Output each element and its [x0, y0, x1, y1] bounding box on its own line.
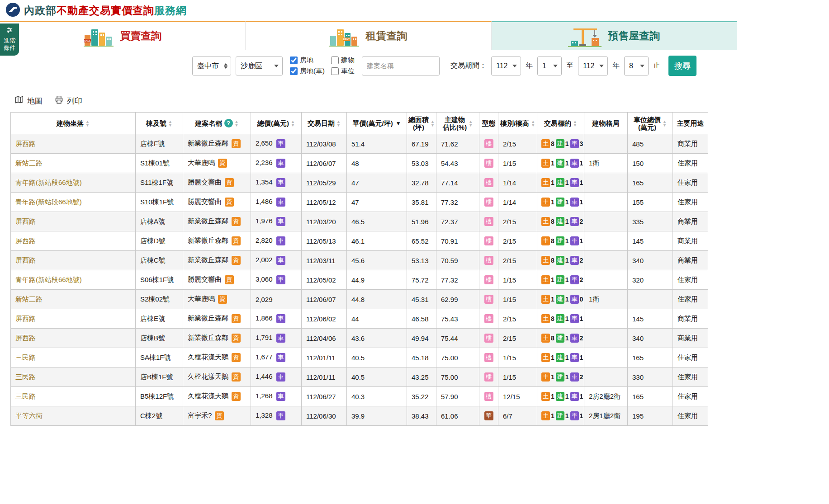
info-badge[interactable]: 資: [232, 334, 241, 343]
sort-arrows-icon[interactable]: ▲▼: [291, 120, 295, 127]
location-link[interactable]: 青年路(新站段66地號): [15, 179, 82, 186]
city-select[interactable]: 臺中市: [192, 57, 231, 75]
info-badge[interactable]: 資: [232, 139, 241, 148]
building-badge: 建: [556, 159, 564, 168]
project-name-input[interactable]: [362, 57, 440, 75]
tab-presale-query[interactable]: 預售屋查詢: [492, 21, 737, 50]
info-badge[interactable]: 資: [225, 275, 234, 284]
location-link[interactable]: 三民路: [15, 373, 36, 381]
sort-desc-active-icon[interactable]: ▼: [396, 120, 401, 127]
location-link[interactable]: 屏西路: [15, 237, 36, 245]
table-row[interactable]: 三民路B5棟12F號久樘花漾天鵝資1,268車112/06/2740.335.2…: [11, 387, 708, 406]
info-badge[interactable]: 資: [232, 217, 241, 226]
table-row[interactable]: 平等六街C棟2號富宇禾?資1,328車112/06/3039.938.4361.…: [11, 406, 708, 426]
column-header-total-area[interactable]: 總面積 (坪)▲▼: [407, 113, 436, 134]
parking-checkbox[interactable]: [331, 67, 339, 75]
table-row[interactable]: 新站三路S2棟02號大華鹿鳴資2,029112/06/0744.845.3162…: [11, 290, 708, 309]
location-link[interactable]: 三民路: [15, 392, 36, 400]
location-link[interactable]: 屏西路: [15, 315, 36, 322]
location-link[interactable]: 屏西路: [15, 217, 36, 225]
checkbox-house-land-parking[interactable]: 房地(車): [290, 67, 325, 75]
table-row[interactable]: 屏西路店棟C號新業微丘森鄰資2,002車112/03/1145.653.1370…: [11, 251, 708, 270]
results-table-body: 屏西路店棟F號新業微丘森鄰資2,650車112/03/0851.467.1971…: [11, 134, 708, 426]
checkbox-building[interactable]: 建物: [331, 56, 355, 65]
end-year-select[interactable]: 112: [578, 57, 608, 75]
project-name-cell: 富宇禾?資: [183, 406, 251, 426]
column-header-unit-price[interactable]: 單價(萬元/坪)▼: [347, 113, 407, 134]
parking-price-cell: 155: [628, 193, 673, 212]
table-row[interactable]: 青年路(新站段66地號)S10棟1F號勝麗交響曲資1,486車112/05/12…: [11, 193, 708, 212]
column-header-total-price[interactable]: 總價(萬元)▲▼: [251, 113, 302, 134]
table-row[interactable]: 新站三路S1棟01號大華鹿鳴資2,236車112/06/074853.0354.…: [11, 154, 708, 173]
column-header-building-number[interactable]: 棟及號▲▼: [136, 113, 183, 134]
info-badge[interactable]: 資: [232, 256, 241, 265]
table-row[interactable]: 屏西路店棟E號新業微丘森鄰資1,866車112/06/024446.5875.4…: [11, 309, 708, 329]
sort-arrows-icon[interactable]: ▲▼: [85, 120, 90, 127]
info-badge[interactable]: 資: [232, 372, 241, 382]
help-icon[interactable]: ?: [224, 119, 233, 127]
project-name-cell: 久樘花漾天鵝資: [183, 348, 251, 367]
location-link[interactable]: 青年路(新站段66地號): [15, 198, 82, 206]
map-button[interactable]: 地圖: [14, 95, 43, 107]
column-header-project-name[interactable]: 建案名稱?▲▼: [183, 113, 251, 134]
info-badge[interactable]: 資: [218, 159, 227, 168]
advanced-filter-button[interactable]: 進階條件: [0, 24, 19, 56]
checkbox-parking[interactable]: 車位: [331, 67, 355, 75]
column-header-location[interactable]: 建物坐落▲▼: [11, 113, 136, 134]
sort-arrows-icon[interactable]: ▲▼: [336, 120, 341, 127]
info-badge[interactable]: 資: [232, 314, 241, 323]
floor-cell: 2/15: [498, 309, 537, 329]
start-year-select[interactable]: 112: [491, 57, 521, 75]
location-link[interactable]: 屏西路: [15, 256, 36, 264]
location-link[interactable]: 新站三路: [15, 295, 43, 303]
info-badge[interactable]: 資: [215, 411, 224, 420]
house-land-parking-checkbox[interactable]: [290, 67, 298, 75]
sort-arrows-icon[interactable]: ▲▼: [531, 120, 535, 127]
info-badge[interactable]: 資: [225, 198, 234, 207]
location-link[interactable]: 青年路(新站段66地號): [15, 276, 82, 283]
table-row[interactable]: 屏西路店棟B號新業微丘森鄰資1,791車112/04/0643.649.9475…: [11, 329, 708, 348]
sort-arrows-icon[interactable]: ▲▼: [663, 120, 667, 127]
sort-arrows-icon[interactable]: ▲▼: [431, 120, 435, 127]
sort-arrows-icon[interactable]: ▲▼: [469, 120, 473, 127]
table-row[interactable]: 青年路(新站段66地號)S06棟1F號勝麗交響曲資3,060車112/05/02…: [11, 270, 708, 290]
table-row[interactable]: 青年路(新站段66地號)S11棟1F號勝麗交響曲資1,354車112/05/29…: [11, 173, 708, 193]
start-month-select[interactable]: 1: [537, 57, 562, 75]
location-link[interactable]: 屏西路: [15, 334, 36, 342]
search-button[interactable]: 搜尋: [668, 56, 696, 76]
sort-arrows-icon[interactable]: ▲▼: [168, 120, 172, 127]
total-area-cell: 53.13: [407, 251, 436, 270]
info-badge[interactable]: 資: [225, 178, 234, 187]
column-header-parking-price[interactable]: 車位總價 (萬元)▲▼: [628, 113, 673, 134]
building-checkbox[interactable]: [331, 57, 339, 64]
checkbox-house-land[interactable]: 房地: [290, 56, 325, 65]
column-header-floor[interactable]: 樓別/樓高▲▼: [498, 113, 537, 134]
end-month-select[interactable]: 8: [624, 57, 649, 75]
floor-cell: 1/15: [498, 154, 537, 173]
info-badge[interactable]: 資: [232, 353, 241, 362]
table-row[interactable]: 屏西路店棟D號新業微丘森鄰資2,820車112/05/1346.165.5270…: [11, 231, 708, 251]
table-row[interactable]: 屏西路店棟F號新業微丘森鄰資2,650車112/03/0851.467.1971…: [11, 134, 708, 154]
location-link[interactable]: 平等六街: [15, 412, 43, 419]
column-header-targets[interactable]: 交易標的▲▼: [537, 113, 584, 134]
table-row[interactable]: 屏西路店棟A號新業微丘森鄰資1,976車112/03/2046.551.9672…: [11, 212, 708, 231]
building-number-cell: S06棟1F號: [136, 270, 183, 290]
unit-price-cell: 40.5: [347, 367, 407, 387]
location-link[interactable]: 屏西路: [15, 140, 36, 147]
table-row[interactable]: 三民路SA棟1F號久樘花漾天鵝資1,677車112/01/1140.545.18…: [11, 348, 708, 367]
column-header-date[interactable]: 交易日期▲▼: [302, 113, 347, 134]
sort-arrows-icon[interactable]: ▲▼: [573, 120, 577, 127]
info-badge[interactable]: 資: [232, 392, 241, 401]
info-badge[interactable]: 資: [232, 236, 241, 245]
sort-arrows-icon[interactable]: ▲▼: [235, 120, 239, 127]
district-select[interactable]: 沙鹿區: [236, 57, 283, 75]
print-button[interactable]: 列印: [54, 95, 82, 107]
location-link[interactable]: 三民路: [15, 353, 36, 361]
location-link[interactable]: 新站三路: [15, 159, 43, 167]
info-badge[interactable]: 資: [218, 295, 227, 304]
column-header-main-ratio[interactable]: 主建物 佔比(%)▲▼: [436, 113, 479, 134]
table-row[interactable]: 三民路店B棟1F號久樘花漾天鵝資1,446車112/01/1140.543.25…: [11, 367, 708, 387]
tab-sale-query[interactable]: SALE 買賣查詢: [0, 21, 246, 50]
house-land-checkbox[interactable]: [290, 57, 298, 64]
tab-rent-query[interactable]: RENT 租賃查詢: [246, 21, 491, 50]
